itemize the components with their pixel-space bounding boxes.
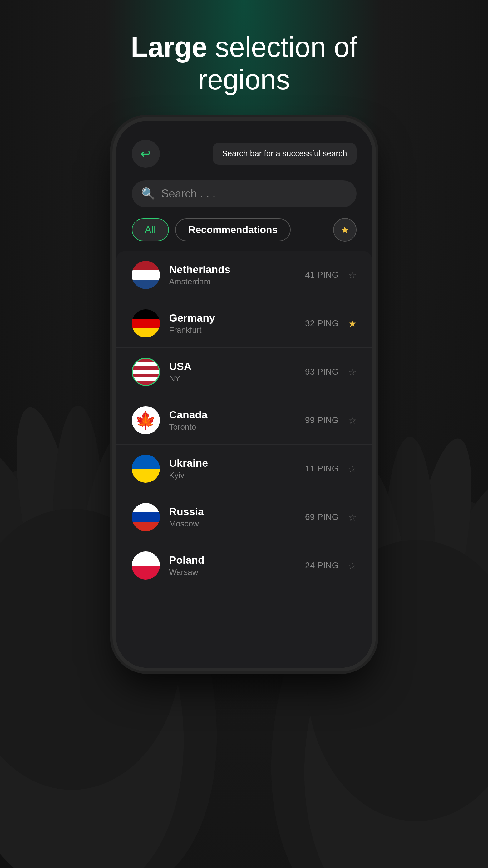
tab-favorites[interactable]: ★: [333, 218, 357, 242]
server-favorite-russia[interactable]: ☆: [348, 512, 357, 523]
page-title: Large selection ofregions: [131, 31, 357, 96]
flag-netherlands: [132, 261, 160, 289]
tab-all[interactable]: All: [132, 218, 169, 241]
server-name-poland: Poland: [169, 554, 305, 566]
tooltip-text: Search bar for a successful search: [222, 148, 347, 159]
phone-screen: ↩ Search bar for a successful search 🔍 S…: [116, 121, 372, 668]
server-city-netherlands: Amsterdam: [169, 277, 305, 286]
phone-body: ↩ Search bar for a successful search 🔍 S…: [116, 121, 372, 668]
server-ping-canada: 99 PING: [305, 415, 338, 425]
server-item-poland[interactable]: Poland Warsaw 24 PING ☆: [116, 541, 372, 590]
flag-russia: [132, 503, 160, 531]
server-info-ukraine: Ukraine Kyiv: [169, 457, 305, 480]
server-list: Netherlands Amsterdam 41 PING ☆ Germany …: [116, 251, 372, 668]
server-info-usa: USA NY: [169, 360, 305, 383]
server-city-canada: Toronto: [169, 422, 305, 432]
server-item-netherlands[interactable]: Netherlands Amsterdam 41 PING ☆: [116, 251, 372, 299]
favorites-star-icon: ★: [340, 224, 349, 236]
server-item-ukraine[interactable]: Ukraine Kyiv 11 PING ☆: [116, 445, 372, 493]
svg-point-3: [3, 403, 96, 646]
filter-tabs: All Recommendations ★: [116, 213, 372, 248]
server-ping-ukraine: 11 PING: [305, 464, 338, 474]
server-favorite-poland[interactable]: ☆: [348, 560, 357, 571]
title-rest: selection ofregions: [198, 32, 357, 95]
server-name-usa: USA: [169, 360, 305, 372]
search-placeholder: Search . . .: [161, 187, 216, 200]
top-bar: ↩ Search bar for a successful search: [116, 121, 372, 177]
search-icon: 🔍: [141, 187, 155, 200]
server-name-canada: Canada: [169, 409, 305, 421]
phone-mockup: ↩ Search bar for a successful search 🔍 S…: [116, 121, 372, 668]
server-item-usa[interactable]: USA NY 93 PING ☆: [116, 348, 372, 396]
flag-canada: 🍁: [132, 406, 160, 434]
server-favorite-ukraine[interactable]: ☆: [348, 463, 357, 474]
svg-point-10: [402, 475, 488, 698]
server-city-usa: NY: [169, 374, 305, 383]
server-favorite-usa[interactable]: ☆: [348, 367, 357, 377]
search-container: 🔍 Search . . .: [116, 177, 372, 213]
server-ping-netherlands: 41 PING: [305, 270, 338, 280]
server-info-canada: Canada Toronto: [169, 409, 305, 432]
search-bar[interactable]: 🔍 Search . . .: [132, 180, 357, 207]
server-favorite-germany[interactable]: ★: [348, 318, 357, 329]
server-info-russia: Russia Moscow: [169, 505, 305, 529]
server-ping-poland: 24 PING: [305, 561, 338, 570]
flag-ukraine: [132, 455, 160, 483]
back-icon: ↩: [140, 147, 151, 161]
server-ping-russia: 69 PING: [305, 512, 338, 522]
server-info-netherlands: Netherlands Amsterdam: [169, 264, 305, 286]
tooltip-bubble: Search bar for a successful search: [213, 143, 356, 165]
server-city-russia: Moscow: [169, 519, 305, 529]
flag-poland: [132, 552, 160, 580]
svg-point-12: [385, 437, 435, 662]
server-favorite-netherlands[interactable]: ☆: [348, 270, 357, 281]
flag-germany: [132, 309, 160, 337]
server-name-ukraine: Ukraine: [169, 457, 305, 469]
title-bold: Large: [131, 32, 207, 63]
server-name-netherlands: Netherlands: [169, 264, 305, 276]
server-item-canada[interactable]: 🍁 Canada Toronto 99 PING ☆: [116, 396, 372, 445]
svg-point-2: [0, 444, 86, 667]
svg-point-11: [391, 434, 485, 677]
server-info-germany: Germany Frankfurt: [169, 312, 305, 335]
server-name-germany: Germany: [169, 312, 305, 324]
server-favorite-canada[interactable]: ☆: [348, 415, 357, 426]
server-info-poland: Poland Warsaw: [169, 554, 305, 577]
server-city-germany: Frankfurt: [169, 325, 305, 335]
flag-usa: [132, 358, 160, 386]
server-name-russia: Russia: [169, 505, 305, 518]
server-city-ukraine: Kyiv: [169, 470, 305, 480]
server-ping-usa: 93 PING: [305, 367, 338, 377]
server-item-russia[interactable]: Russia Moscow 69 PING ☆: [116, 493, 372, 541]
tab-recommendations[interactable]: Recommendations: [175, 218, 291, 241]
server-city-poland: Warsaw: [169, 567, 305, 577]
svg-point-4: [53, 406, 103, 630]
back-button[interactable]: ↩: [132, 140, 160, 168]
server-ping-germany: 32 PING: [305, 318, 338, 329]
server-item-germany[interactable]: Germany Frankfurt 32 PING ★: [116, 299, 372, 348]
